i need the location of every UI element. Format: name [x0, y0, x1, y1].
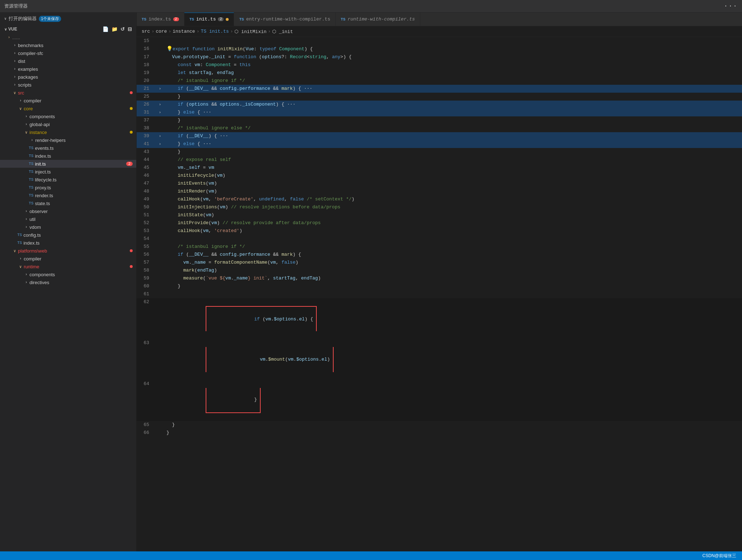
- tab-index-ts[interactable]: TS index.ts 2: [137, 13, 184, 26]
- list-item[interactable]: › compiler: [0, 97, 136, 105]
- tab-init-ts[interactable]: TS init.ts 2: [184, 13, 234, 26]
- table-row: 41 › } else { ···: [137, 140, 742, 148]
- table-row: 57 vm._name = formatComponentName(vm, fa…: [137, 259, 742, 267]
- folder-icon: ›: [23, 114, 29, 119]
- tab-entry-runtime[interactable]: TS entry-runtime-with-compiler.ts: [234, 13, 335, 26]
- code-editor[interactable]: 15 16 💡export function initMixin(Vue: ty…: [137, 37, 742, 551]
- tree-item-label: init.ts: [35, 161, 46, 167]
- list-item[interactable]: › components: [0, 112, 136, 120]
- list-item[interactable]: › ......: [0, 33, 136, 41]
- file-badge: 2: [126, 162, 133, 166]
- folder-icon: ›: [23, 272, 29, 277]
- list-item[interactable]: › directives: [0, 278, 136, 286]
- table-row: 15: [137, 37, 742, 45]
- tree-item-label: compiler-sfc: [18, 51, 43, 56]
- folder-icon: ›: [23, 122, 29, 126]
- list-item[interactable]: › dist: [0, 57, 136, 65]
- status-bar: CSDN@前端张三: [0, 551, 742, 560]
- tree-item-label: instance: [29, 130, 47, 135]
- refresh-icon[interactable]: ↺: [120, 26, 125, 32]
- table-row: 49 callHook(vm, 'beforeCreate', undefine…: [137, 195, 742, 203]
- list-item[interactable]: TS index.ts: [0, 239, 136, 247]
- folder-icon: ›: [23, 217, 29, 221]
- list-item[interactable]: › util: [0, 215, 136, 223]
- folder-icon: ›: [12, 51, 18, 55]
- folder-icon: ›: [29, 138, 35, 142]
- open-editors-header[interactable]: ∨ 打开的编辑器 1个未保存: [0, 13, 136, 25]
- list-item[interactable]: › examples: [0, 65, 136, 73]
- table-row: 54: [137, 235, 742, 243]
- list-item[interactable]: TS render.ts: [0, 191, 136, 199]
- tree-item-label: runtime: [24, 264, 39, 269]
- list-item[interactable]: ∨ instance: [0, 128, 136, 136]
- table-row: 59 measure(`vue ${vm._name} init`, start…: [137, 274, 742, 282]
- folder-icon: ›: [12, 43, 18, 47]
- table-row: 39 › if (__DEV__) { ···: [137, 132, 742, 140]
- list-item[interactable]: › compiler: [0, 255, 136, 263]
- folder-icon: ›: [17, 256, 24, 261]
- list-item[interactable]: TS inject.ts: [0, 168, 136, 176]
- list-item[interactable]: › components: [0, 270, 136, 278]
- list-item[interactable]: ∨ core: [0, 105, 136, 112]
- new-file-icon[interactable]: 📄: [102, 26, 109, 32]
- table-row: 19 let startTag, endTag: [137, 69, 742, 77]
- folder-open-icon: ∨: [12, 249, 18, 253]
- tree-item-label: examples: [18, 66, 38, 72]
- tree-item-label: compiler: [24, 256, 41, 262]
- unsaved-dot: [226, 18, 229, 21]
- vue-label: VUE: [8, 27, 17, 32]
- tab-label: index.ts: [148, 17, 171, 22]
- list-item[interactable]: › vdom: [0, 223, 136, 231]
- tree-item-label: directives: [29, 280, 49, 285]
- list-item[interactable]: TS state.ts: [0, 199, 136, 207]
- list-item[interactable]: › scripts: [0, 81, 136, 89]
- open-editors-label: 打开的编辑器: [9, 15, 37, 22]
- tab-runtime-compiler[interactable]: TS runtime-with-compiler.ts: [336, 13, 420, 26]
- collapse-icon[interactable]: ⊟: [128, 26, 132, 32]
- table-row: 61: [137, 290, 742, 298]
- tab-label: runtime-with-compiler.ts: [348, 17, 415, 22]
- tree-item-label: render-helpers: [35, 138, 66, 143]
- list-item[interactable]: TS config.ts: [0, 231, 136, 239]
- tree-item-label: observer: [29, 209, 48, 214]
- folder-icon: ›: [23, 225, 29, 229]
- editor-panel: TS index.ts 2 TS init.ts 2 TS entry-runt…: [137, 13, 742, 551]
- list-item[interactable]: › observer: [0, 207, 136, 215]
- new-folder-icon[interactable]: 📁: [111, 26, 118, 32]
- list-item[interactable]: › benchmarks: [0, 41, 136, 49]
- title-bar: 资源管理器 ···: [0, 0, 742, 13]
- list-item[interactable]: ∨ platforms\web: [0, 247, 136, 255]
- list-item[interactable]: ∨ src: [0, 89, 136, 97]
- table-row: 20 /* istanbul ignore if */: [137, 77, 742, 85]
- list-item[interactable]: TS events.ts: [0, 144, 136, 152]
- vue-section-header[interactable]: ∨ VUE 📄 📁 ↺ ⊟: [0, 25, 136, 33]
- tree-item-label: index.ts: [23, 240, 40, 246]
- chevron-icon: ∨: [4, 27, 7, 31]
- tree-item-label: proxy.ts: [35, 185, 51, 190]
- breadcrumb: src › core › instance › TS init.ts › ⬡ i…: [137, 26, 742, 37]
- list-item[interactable]: TS lifecycle.ts: [0, 176, 136, 184]
- tree-item-label: scripts: [18, 82, 32, 88]
- table-row: 46 initLifecycle(vm): [137, 172, 742, 180]
- title-bar-text: 资源管理器: [4, 3, 28, 9]
- table-row: 56 if (__DEV__ && config.performance && …: [137, 251, 742, 259]
- breadcrumb-item: ⬡ initMixin: [234, 29, 266, 34]
- list-item[interactable]: › global-api: [0, 120, 136, 128]
- folder-icon: ›: [12, 83, 18, 87]
- folder-icon: ›: [6, 35, 12, 40]
- list-item[interactable]: TS index.ts: [0, 152, 136, 160]
- list-item[interactable]: ∨ runtime: [0, 263, 136, 270]
- table-row: 43 }: [137, 148, 742, 156]
- list-item[interactable]: TS proxy.ts: [0, 184, 136, 191]
- list-item[interactable]: › compiler-sfc: [0, 49, 136, 57]
- table-row: 31 › } else { ···: [137, 108, 742, 116]
- breadcrumb-item: ⬡ _init: [272, 29, 293, 34]
- list-item[interactable]: › packages: [0, 73, 136, 81]
- list-item[interactable]: › render-helpers: [0, 136, 136, 144]
- folder-icon: ›: [12, 67, 18, 71]
- sidebar-item-init-ts[interactable]: TS init.ts 2: [0, 160, 136, 168]
- title-bar-dots[interactable]: ···: [724, 3, 738, 10]
- tree-item-label: dist: [18, 59, 25, 64]
- tab-badge: 2: [173, 17, 179, 21]
- sidebar: ∨ 打开的编辑器 1个未保存 ∨ VUE 📄 📁 ↺ ⊟ › ......: [0, 13, 137, 551]
